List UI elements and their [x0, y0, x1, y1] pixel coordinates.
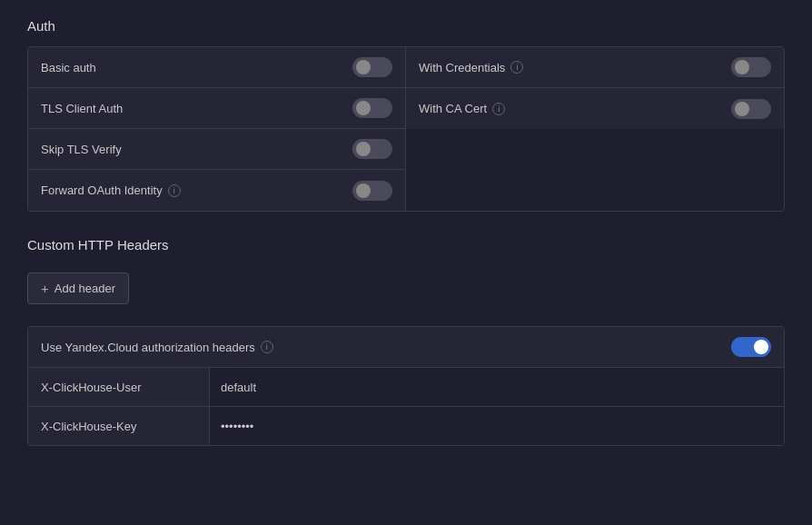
with-ca-cert-label: With CA Cert i: [419, 102, 505, 115]
yandex-cloud-row: Use Yandex.Cloud authorization headers i: [28, 327, 784, 368]
plus-icon: +: [41, 281, 49, 296]
auth-right-column: With Credentials i With CA Cert i: [406, 47, 784, 211]
custom-headers-section: Custom HTTP Headers + Add header: [27, 237, 785, 304]
clickhouse-user-input[interactable]: [210, 368, 784, 406]
yandex-cloud-info-icon[interactable]: i: [261, 341, 273, 353]
add-header-label: Add header: [54, 282, 115, 295]
custom-headers-title: Custom HTTP Headers: [27, 237, 785, 253]
yandex-cloud-label: Use Yandex.Cloud authorization headers i: [41, 341, 273, 354]
basic-auth-row: Basic auth: [28, 47, 406, 88]
with-ca-cert-row: With CA Cert i: [406, 88, 784, 129]
with-credentials-info-icon[interactable]: i: [510, 61, 523, 74]
yandex-cloud-toggle[interactable]: [731, 337, 771, 357]
with-credentials-label: With Credentials i: [419, 61, 523, 74]
clickhouse-user-label: X-ClickHouse-User: [28, 368, 210, 406]
forward-oauth-row: Forward OAuth Identity i: [28, 170, 406, 211]
with-credentials-row: With Credentials i: [406, 47, 784, 88]
clickhouse-key-input[interactable]: [210, 407, 784, 445]
skip-tls-verify-toggle[interactable]: [352, 139, 392, 159]
yandex-section: Use Yandex.Cloud authorization headers i…: [27, 326, 785, 446]
basic-auth-toggle[interactable]: [352, 57, 392, 77]
auth-section-title: Auth: [27, 18, 785, 34]
add-header-button[interactable]: + Add header: [27, 272, 129, 304]
clickhouse-key-label: X-ClickHouse-Key: [28, 407, 210, 445]
yandex-cloud-slider: [731, 337, 771, 357]
clickhouse-user-row: X-ClickHouse-User: [28, 368, 784, 407]
with-ca-cert-info-icon[interactable]: i: [492, 103, 505, 115]
tls-client-auth-slider: [352, 98, 392, 118]
basic-auth-label: Basic auth: [41, 61, 96, 74]
basic-auth-slider: [352, 57, 392, 77]
forward-oauth-toggle[interactable]: [352, 181, 392, 201]
forward-oauth-label: Forward OAuth Identity i: [41, 183, 181, 197]
skip-tls-verify-slider: [352, 139, 392, 159]
skip-tls-verify-label: Skip TLS Verify: [41, 143, 122, 156]
clickhouse-key-row: X-ClickHouse-Key: [28, 407, 784, 445]
with-ca-cert-toggle[interactable]: [731, 99, 771, 119]
auth-left-column: Basic auth TLS Client Auth Skip TLS Veri…: [28, 47, 406, 211]
forward-oauth-info-icon[interactable]: i: [168, 184, 181, 197]
tls-client-auth-row: TLS Client Auth: [28, 88, 406, 129]
with-credentials-slider: [731, 57, 771, 77]
tls-client-auth-toggle[interactable]: [352, 98, 392, 118]
tls-client-auth-label: TLS Client Auth: [41, 102, 123, 115]
with-ca-cert-slider: [731, 99, 771, 119]
forward-oauth-slider: [352, 181, 392, 201]
auth-grid: Basic auth TLS Client Auth Skip TLS Veri…: [27, 46, 785, 212]
with-credentials-toggle[interactable]: [731, 57, 771, 77]
skip-tls-verify-row: Skip TLS Verify: [28, 129, 406, 170]
